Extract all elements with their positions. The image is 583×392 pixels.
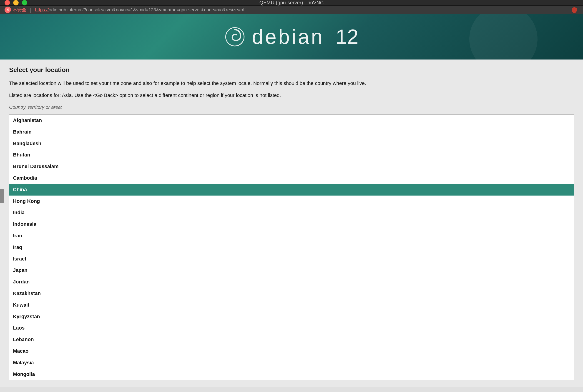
debian-version: 12: [336, 25, 358, 48]
page-title: Select your location: [9, 66, 574, 74]
country-item[interactable]: Laos: [9, 322, 574, 334]
country-item[interactable]: China: [9, 184, 574, 196]
url-bar: ✕ 不安全 | https://odin.hub.internal/?conso…: [0, 6, 583, 14]
country-item[interactable]: India: [9, 207, 574, 218]
debian-name: debian: [252, 25, 324, 48]
security-label: 不安全: [13, 7, 26, 13]
window-title: QEMU (gpu-server) - noVNC: [259, 0, 324, 6]
debian-header: debian 12: [0, 14, 583, 60]
country-item[interactable]: Kazakhstan: [9, 288, 574, 299]
country-item[interactable]: Iraq: [9, 242, 574, 253]
location-text: Listed are locations for: Asia. Use the …: [9, 92, 574, 99]
title-bar: QEMU (gpu-server) - noVNC: [0, 0, 583, 6]
country-item[interactable]: Bahrain: [9, 126, 574, 138]
country-item[interactable]: Afghanistan: [9, 115, 574, 126]
maximize-button[interactable]: [22, 0, 27, 6]
debian-swirl-icon: [225, 26, 245, 47]
security-warning: ✕ 不安全: [5, 6, 26, 13]
country-item[interactable]: Japan: [9, 264, 574, 276]
country-item[interactable]: Hong Kong: [9, 196, 574, 207]
country-item[interactable]: Iran: [9, 230, 574, 242]
traffic-lights: [5, 0, 27, 6]
country-item[interactable]: Mongolia: [9, 368, 574, 380]
country-list[interactable]: AfghanistanBahrainBangladeshBhutanBrunei…: [9, 115, 574, 380]
description-text: The selected location will be used to se…: [9, 80, 574, 87]
close-button[interactable]: [5, 0, 10, 6]
country-item[interactable]: Malaysia: [9, 357, 574, 368]
country-item[interactable]: Jordan: [9, 276, 574, 288]
url-text[interactable]: https://odin.hub.internal/?console=kvm&n…: [35, 7, 245, 12]
drag-handle[interactable]: [0, 189, 4, 203]
country-item[interactable]: Macao: [9, 346, 574, 357]
country-item[interactable]: Bangladesh: [9, 138, 574, 150]
svg-point-0: [225, 28, 244, 46]
debian-logo: debian 12: [225, 25, 358, 48]
main-content: Select your location The selected locati…: [0, 60, 583, 387]
country-item[interactable]: Kyrgyzstan: [9, 311, 574, 322]
country-item[interactable]: Lebanon: [9, 334, 574, 346]
country-item[interactable]: Cambodia: [9, 172, 574, 184]
bottom-bar: Screenshot Go Back Continue: [0, 387, 583, 392]
country-item[interactable]: Kuwait: [9, 299, 574, 311]
country-item[interactable]: Bhutan: [9, 149, 574, 161]
app-wrapper: QEMU (gpu-server) - noVNC ✕ 不安全 | https:…: [0, 0, 583, 392]
content-area: debian 12 Select your location The selec…: [0, 14, 583, 392]
security-icon: ✕: [5, 6, 11, 13]
url-separator: |: [30, 6, 31, 13]
url-path: /?console=kvm&novnc=1&vmid=123&vmname=gp…: [82, 7, 245, 12]
country-item[interactable]: Brunei Darussalam: [9, 161, 574, 172]
country-item[interactable]: Indonesia: [9, 218, 574, 230]
url-https: https://: [35, 7, 49, 12]
field-label: Country, territory or area:: [9, 104, 574, 110]
url-host: odin.hub.internal: [49, 7, 82, 12]
minimize-button[interactable]: [13, 0, 19, 6]
country-list-container: AfghanistanBahrainBangladeshBhutanBrunei…: [9, 114, 574, 380]
country-item[interactable]: Israel: [9, 253, 574, 265]
brave-icon: [570, 6, 578, 14]
